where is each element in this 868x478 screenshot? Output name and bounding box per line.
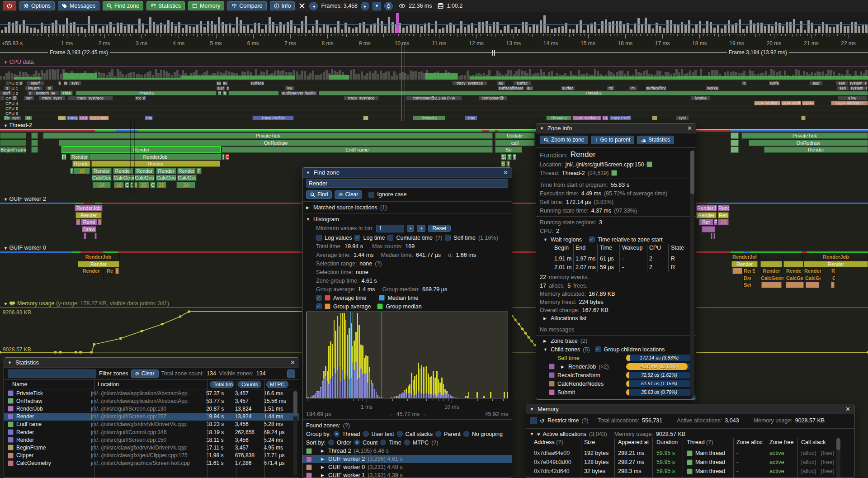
clear-filter-button[interactable]: ⊘Clear	[131, 369, 159, 378]
child-zone-row[interactable]: Self time172.14 us (3.83%)	[536, 354, 696, 362]
timeline-zone[interactable]: RenderJob	[89, 154, 222, 160]
timeline-zone[interactable]: Render	[804, 268, 822, 274]
timeline-zone[interactable]: RenderJol	[731, 254, 759, 260]
cpu-zone[interactable]: Thread-2	[75, 91, 217, 95]
child-zone-row[interactable]: Submit35.63 us (0.79%)	[536, 388, 696, 397]
found-zone-group[interactable]: ▶Thread-2(4,105) 6.46 s	[302, 447, 512, 455]
group-by-no-grouping-radio[interactable]	[463, 431, 469, 437]
frame-overview-strip[interactable]	[0, 12, 868, 34]
found-zone-group[interactable]: ▶GUIF worker 0(3,231) 4.48 s	[302, 463, 512, 471]
cpu-zone[interactable]	[801, 116, 806, 120]
scrollbar[interactable]	[293, 391, 297, 476]
timeline-zone[interactable]: Render	[804, 261, 868, 267]
thread-header-guif-worker-2[interactable]: ▼ GUIF worker 2	[4, 196, 46, 202]
cpu-zone[interactable]: worke	[705, 86, 720, 90]
timeline-zone[interactable]: S	[222, 154, 225, 160]
timeline-zone[interactable]	[731, 133, 739, 139]
timeline-zone[interactable]: CalcGeor	[134, 175, 155, 181]
timeline-zone[interactable]: Render	[177, 168, 196, 174]
timeline-zone[interactable]: CalcGeomet	[786, 275, 804, 281]
timeline-zone[interactable]: 16	[114, 182, 124, 188]
stat-row[interactable]: BeginFramejni/../jni/src/claw/gfx/drv/vk…	[4, 444, 299, 451]
cpu-zone[interactable]: s	[18, 81, 24, 85]
close-icon[interactable]: ✕	[687, 125, 692, 132]
sort-by-time-radio[interactable]	[380, 440, 386, 445]
tools-icon[interactable]	[299, 3, 305, 9]
timeline-zone[interactable]	[731, 147, 739, 153]
cpu-zone[interactable]: au	[496, 81, 505, 85]
info-button[interactable]: Info	[270, 1, 295, 10]
find-zone-search-input[interactable]	[306, 179, 508, 188]
zone-info-titlebar[interactable]: ▼Zone info ✕	[536, 123, 696, 133]
cpu-zone[interactable]: syst	[69, 81, 81, 85]
time-ruler[interactable]: 1 ms2 ms3 ms4 ms5 ms6 ms7 ms8 ms9 ms10 m…	[0, 34, 868, 49]
cpu-zone[interactable]: surfac	[513, 81, 531, 85]
stat-row[interactable]: EndFramejni/../jni/src/claw/gfx/drv/vk/D…	[4, 421, 299, 428]
stat-row[interactable]: Clipperjni/../jni/src/claw/gfx/geo/Clipp…	[4, 452, 299, 459]
timeline-zone[interactable]: Rend	[718, 205, 730, 211]
group-by-thread-radio[interactable]	[334, 431, 340, 437]
zoom-to-zone-button[interactable]: Zoom to zone	[540, 136, 588, 144]
close-icon[interactable]: ✕	[290, 359, 295, 366]
cpu-zone[interactable]: au	[525, 86, 533, 90]
cpu-zone[interactable]: rol	[607, 86, 615, 90]
timeline-zone[interactable]: CalcGeo	[156, 175, 176, 181]
cpu-zone[interactable]: a	[222, 91, 227, 95]
group-by-user-text-radio[interactable]	[363, 431, 369, 437]
timeline-zone[interactable]: Rer	[699, 219, 713, 225]
collapse-icon[interactable]: ▼	[543, 237, 548, 242]
timeline-zone[interactable]: T1	[513, 154, 516, 160]
cpu-zone[interactable]: composer@2.1-se (HW	[406, 96, 462, 100]
stat-row[interactable]: Renderjni/../jni/src/guif/Screen.cpp:150…	[4, 436, 299, 444]
timeline-zone[interactable]: Render	[134, 168, 155, 174]
power-button[interactable]	[3, 1, 16, 10]
timeline-zone[interactable]: C	[150, 182, 156, 188]
cpu-zone[interactable]: GUIF w	[602, 116, 609, 120]
frame-row[interactable]: Frame 3,193 (22.45 ms) Frame 3,194 (13.9…	[0, 49, 868, 56]
log-values-checkbox[interactable]	[316, 235, 322, 241]
min-bin-input[interactable]	[376, 225, 404, 232]
cpu-zone[interactable]: Trac	[465, 116, 477, 120]
cpu-zone[interactable]: Tracy Profiler	[252, 116, 294, 120]
cpu-zone[interactable]: syst	[10, 116, 22, 120]
col-mtpc[interactable]: MTPC	[266, 381, 288, 388]
timeline-zone[interactable]	[0, 140, 26, 146]
show-group-checkbox[interactable]	[316, 303, 322, 309]
cpu-zone[interactable]: tracy_systrace	[68, 96, 113, 100]
minus-button[interactable]: -	[407, 225, 414, 232]
cpu-zone[interactable]: sen	[835, 81, 848, 85]
found-zone-group[interactable]: ▶GUIF worker 1(3,192) 4.39 s	[302, 471, 512, 478]
cpu-zone[interactable]: GUIF	[58, 116, 66, 120]
timeline-zone[interactable]: 22	[138, 182, 149, 188]
timeline-zone[interactable]	[31, 133, 38, 139]
timeline-zone[interactable]: 17	[732, 268, 742, 274]
timeline-zone[interactable]: Render	[696, 212, 717, 218]
timeline-zone[interactable]: call	[495, 140, 535, 146]
cpu-zone[interactable]: system_s	[850, 86, 867, 90]
zone-statistics-button[interactable]: Statistics	[637, 136, 674, 144]
find-zone-button[interactable]: Find zone	[103, 1, 143, 10]
cpu-zone[interactable]: surfaceflinger	[497, 86, 524, 90]
child-zone-row[interactable]: RecalcTransform72.92 us (1.62%)	[536, 371, 696, 379]
cpu-zone[interactable]: si	[45, 86, 53, 90]
timeline-zone[interactable]	[0, 133, 26, 139]
frame-label-2[interactable]: Frame 3,194 (13.92 ms)	[727, 49, 789, 56]
timeline-zone[interactable]: 19	[718, 219, 729, 225]
timeline-zone[interactable]	[783, 261, 803, 267]
timeline-zone[interactable]: Render	[79, 268, 104, 274]
cpu-zone[interactable]: aux	[216, 86, 225, 90]
memory-titlebar[interactable]: ▼Memory ✕	[526, 404, 854, 414]
timeline-zone[interactable]	[783, 254, 803, 260]
timeline-zone[interactable]	[31, 147, 38, 153]
statistics-titlebar[interactable]: ▼Statistics ✕	[4, 358, 299, 368]
cpu-zone[interactable]: m	[628, 86, 637, 90]
find-zone-titlebar[interactable]: ▼Find zone ✕	[302, 168, 512, 178]
timeline-zone[interactable]	[84, 233, 86, 239]
cpu-zone[interactable]: surfa	[769, 81, 780, 85]
restrict-time-checkbox[interactable]	[530, 417, 537, 424]
timeline-zone[interactable]: Render	[78, 261, 119, 267]
timeline-zone[interactable]: Rer	[743, 268, 751, 274]
timeline-zone[interactable]: S1	[501, 154, 506, 160]
cpu-zone[interactable]	[0, 96, 5, 100]
timeline-zone[interactable]: R	[831, 268, 835, 274]
